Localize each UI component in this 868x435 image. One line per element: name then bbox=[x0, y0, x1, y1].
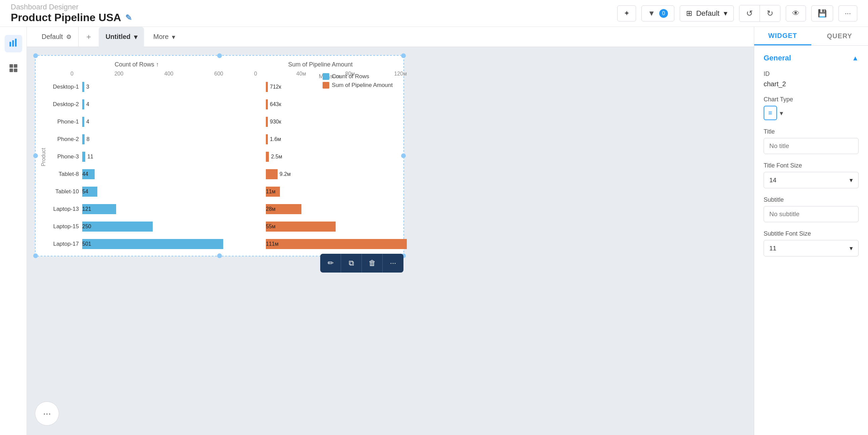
copy-icon: ⧉ bbox=[349, 259, 354, 268]
chart-row: 28м bbox=[234, 200, 407, 218]
dashboard-name: Product Pipeline USA bbox=[11, 11, 121, 24]
filter-icon: ▼ bbox=[648, 9, 655, 18]
resize-handle-bot-center[interactable] bbox=[217, 253, 222, 258]
default-tab-label: Default bbox=[42, 33, 63, 41]
widget-more-icon: ··· bbox=[390, 259, 396, 268]
save-icon: 💾 bbox=[818, 9, 827, 18]
dashboard-canvas[interactable]: Product Count of Rows ↑ 0 200 400 6 bbox=[27, 47, 754, 435]
bar-container: 1.6м bbox=[266, 134, 407, 144]
chevron-down-icon: ▾ bbox=[724, 9, 727, 18]
gear-icon[interactable]: ⚙ bbox=[66, 33, 71, 41]
undo-button[interactable]: ↺ bbox=[739, 5, 760, 22]
panel-content: General ▲ ID chart_2 Chart Type ≡ ▾ bbox=[754, 45, 868, 435]
chart-row: 1.6м bbox=[234, 130, 407, 148]
bar-value: 1.6м bbox=[270, 136, 281, 142]
chart-type-chevron[interactable]: ▾ bbox=[780, 109, 783, 117]
chart-type-button[interactable]: ≡ bbox=[764, 106, 777, 120]
header-right: ✦ ▼ 0 ⊞ Default ▾ ↺ ↻ 👁 💾 ··· bbox=[617, 5, 857, 22]
row-label: Laptop-13 bbox=[50, 206, 82, 213]
chart-row: 111м bbox=[234, 235, 407, 253]
dashboard-title-row: Product Pipeline USA ✎ bbox=[11, 11, 132, 24]
redo-button[interactable]: ↻ bbox=[760, 5, 780, 22]
filter-count-badge: 0 bbox=[659, 9, 668, 18]
bar-container: 28м bbox=[266, 204, 407, 214]
bar-container: 250 bbox=[82, 221, 223, 231]
resize-handle-top-center[interactable] bbox=[217, 53, 222, 58]
more-dots-icon: ··· bbox=[845, 9, 851, 18]
widget-more-button[interactable]: ··· bbox=[383, 254, 403, 273]
default-dropdown-button[interactable]: ⊞ Default ▾ bbox=[680, 5, 734, 22]
chart-row: Phone-311 bbox=[50, 148, 223, 165]
sparkle-button[interactable]: ✦ bbox=[617, 5, 636, 22]
resize-handle-top-left[interactable] bbox=[33, 53, 38, 58]
title-input[interactable] bbox=[764, 138, 859, 154]
widget-edit-button[interactable]: ✏ bbox=[320, 254, 341, 273]
widget-delete-button[interactable]: 🗑 bbox=[362, 254, 383, 273]
chart-inner: Product Count of Rows ↑ 0 200 400 6 bbox=[41, 61, 398, 250]
widget-toolbar: ✏ ⧉ 🗑 ··· bbox=[320, 254, 403, 273]
tab-untitled[interactable]: Untitled ▾ bbox=[99, 27, 144, 47]
more-chevron-down-icon: ▾ bbox=[172, 33, 175, 41]
left-sidebar bbox=[0, 27, 27, 435]
subtitle-font-size-label: Subtitle Font Size bbox=[764, 230, 859, 237]
legend-area: Count of Rows Sum of Pipeline Amount bbox=[322, 73, 393, 89]
title-font-size-select[interactable]: 14 ▾ bbox=[764, 172, 859, 188]
collapse-icon[interactable]: ▲ bbox=[852, 54, 859, 62]
subtitle-font-size-chevron: ▾ bbox=[849, 244, 853, 252]
sidebar-chart-icon[interactable] bbox=[5, 35, 22, 52]
bar-container: 55м bbox=[266, 221, 407, 231]
tab-default[interactable]: Default ⚙ bbox=[35, 27, 79, 47]
bar-container: 8 bbox=[82, 134, 223, 144]
bar-value: 2.5м bbox=[271, 154, 282, 160]
bar-value: 8 bbox=[87, 136, 90, 142]
main-layout: Default ⚙ + Untitled ▾ More ▾ bbox=[0, 27, 868, 435]
chart-row: 9.2м bbox=[234, 165, 407, 183]
svg-rect-2 bbox=[15, 39, 17, 46]
tab-query[interactable]: QUERY bbox=[811, 27, 868, 45]
save-button[interactable]: 💾 bbox=[811, 5, 833, 22]
tab-more[interactable]: More ▾ bbox=[147, 27, 182, 47]
edit-title-icon[interactable]: ✎ bbox=[125, 13, 132, 23]
add-tab-button[interactable]: + bbox=[81, 30, 96, 44]
bar-container: 9.2м bbox=[266, 169, 407, 179]
canvas-more-button[interactable]: ··· bbox=[35, 401, 59, 426]
bar-value: 3 bbox=[86, 84, 89, 90]
bar-container: 2.5м bbox=[266, 152, 407, 162]
bar-blue bbox=[82, 99, 84, 110]
svg-rect-5 bbox=[9, 68, 13, 72]
chart-type-label: Chart Type bbox=[764, 96, 859, 103]
title-label: Title bbox=[764, 128, 859, 135]
header-more-button[interactable]: ··· bbox=[838, 5, 857, 22]
sparkle-icon: ✦ bbox=[624, 9, 630, 18]
resize-handle-mid-left[interactable] bbox=[33, 153, 38, 158]
legend-orange-box bbox=[322, 82, 329, 89]
sidebar-table-icon[interactable] bbox=[5, 60, 22, 78]
resize-handle-top-right[interactable] bbox=[401, 53, 406, 58]
left-axis-labels: 0 200 400 600 bbox=[50, 71, 223, 78]
bar-container: 501 bbox=[82, 239, 223, 249]
title-field-group: Title bbox=[764, 128, 859, 154]
chart-row: Laptop-13121 bbox=[50, 200, 223, 218]
subtitle-input[interactable] bbox=[764, 206, 859, 222]
tab-bar: Default ⚙ + Untitled ▾ More ▾ bbox=[27, 27, 754, 47]
svg-rect-4 bbox=[14, 64, 17, 68]
subtitle-font-size-value: 11 bbox=[769, 245, 776, 252]
y-axis-label: Product bbox=[41, 148, 46, 166]
chart-row: Tablet-844 bbox=[50, 165, 223, 183]
chart-widget[interactable]: Product Count of Rows ↑ 0 200 400 6 bbox=[35, 55, 404, 256]
bar-container: 930к bbox=[266, 117, 407, 127]
filter-button[interactable]: ▼ 0 bbox=[642, 5, 674, 22]
id-value: chart_2 bbox=[764, 80, 859, 88]
canvas-more-icon: ··· bbox=[43, 408, 51, 419]
bar-orange bbox=[266, 99, 268, 110]
general-section-header: General ▲ bbox=[764, 54, 859, 62]
bar-value: 9.2м bbox=[280, 171, 291, 177]
more-tab-label: More bbox=[153, 33, 169, 41]
plus-icon: + bbox=[86, 32, 91, 42]
widget-copy-button[interactable]: ⧉ bbox=[341, 254, 362, 273]
preview-button[interactable]: 👁 bbox=[786, 5, 806, 22]
right-chart: Sum of Pipeline Amount 0 40м 80м 120м 71… bbox=[231, 61, 409, 253]
resize-handle-bot-left[interactable] bbox=[33, 253, 38, 258]
tab-widget[interactable]: WIDGET bbox=[754, 27, 811, 45]
subtitle-font-size-select[interactable]: 11 ▾ bbox=[764, 240, 859, 256]
